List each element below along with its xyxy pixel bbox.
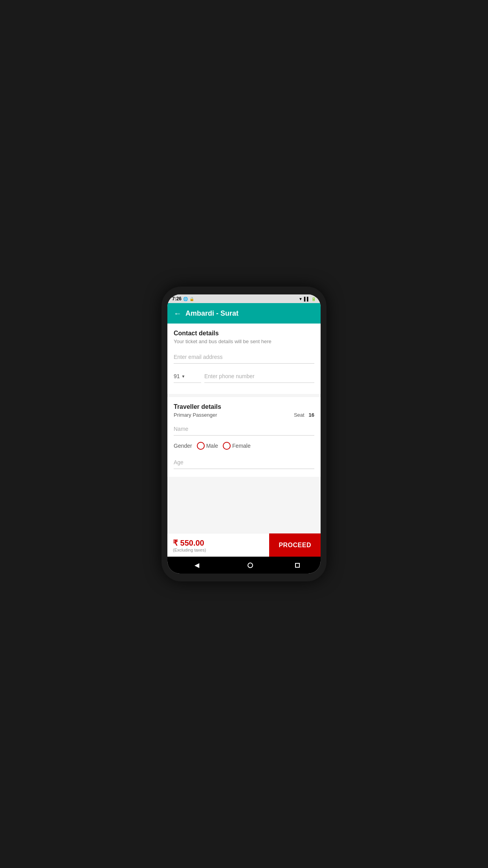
- phone-row: 91 ▼: [174, 370, 314, 383]
- price-note: (Excluding taxes): [173, 548, 264, 552]
- price-amount: ₹ 550.00: [173, 538, 264, 548]
- female-radio-option[interactable]: Female: [223, 442, 251, 450]
- male-radio-inner: [199, 444, 202, 447]
- seat-info: Seat 16: [294, 412, 314, 418]
- female-radio-inner: [225, 444, 228, 447]
- gender-label: Gender: [174, 443, 192, 449]
- country-code-selector[interactable]: 91 ▼: [174, 370, 201, 383]
- status-bar: 7:26 🌐 🔒 ▼ ▌▌ 🔋: [167, 294, 321, 303]
- contact-details-subtitle: Your ticket and bus details will be sent…: [174, 338, 314, 344]
- female-label: Female: [232, 443, 251, 449]
- male-radio-circle[interactable]: [197, 442, 205, 450]
- bottom-bar: ₹ 550.00 (Excluding taxes) PROCEED: [167, 533, 321, 557]
- seat-number: 16: [309, 412, 314, 418]
- wifi-icon: ▼: [299, 297, 303, 301]
- age-input[interactable]: [174, 456, 314, 469]
- contact-details-section: Contact details Your ticket and bus deta…: [167, 324, 321, 394]
- dropdown-arrow-icon: ▼: [182, 374, 185, 379]
- toolbar-title: Ambardi - Surat: [185, 309, 238, 318]
- email-input[interactable]: [174, 351, 314, 364]
- proceed-button[interactable]: PROCEED: [269, 533, 321, 557]
- toolbar: ← Ambardi - Surat: [167, 303, 321, 324]
- nav-recent-button[interactable]: [295, 563, 300, 568]
- female-radio-circle[interactable]: [223, 442, 231, 450]
- status-left: 7:26 🌐 🔒: [172, 296, 194, 302]
- status-time: 7:26: [172, 296, 182, 302]
- nav-bar: ◀: [167, 557, 321, 574]
- seat-label: Seat: [294, 412, 305, 418]
- passenger-row: Primary Passenger Seat 16: [174, 412, 314, 418]
- passenger-label: Primary Passenger: [174, 412, 217, 418]
- nav-home-button[interactable]: [248, 563, 253, 568]
- contact-details-title: Contact details: [174, 330, 314, 337]
- phone-input[interactable]: [204, 370, 314, 383]
- currency-symbol: ₹: [173, 539, 178, 547]
- gender-row: Gender Male Female: [174, 442, 314, 450]
- country-code-value: 91: [174, 373, 180, 379]
- phone-screen: 7:26 🌐 🔒 ▼ ▌▌ 🔋 ← Ambardi - Surat Contac…: [167, 294, 321, 574]
- content-spacer: [167, 480, 321, 511]
- battery-icon: 🔋: [311, 297, 316, 301]
- price-value: 550.00: [180, 539, 204, 547]
- world-icon: 🌐: [183, 297, 188, 301]
- name-input[interactable]: [174, 423, 314, 436]
- traveller-details-title: Traveller details: [174, 403, 314, 410]
- nav-back-button[interactable]: ◀: [188, 560, 205, 570]
- lock-icon: 🔒: [189, 297, 194, 301]
- main-content: Contact details Your ticket and bus deta…: [167, 324, 321, 533]
- price-section: ₹ 550.00 (Excluding taxes): [167, 533, 269, 557]
- traveller-details-section: Traveller details Primary Passenger Seat…: [167, 397, 321, 477]
- male-radio-option[interactable]: Male: [197, 442, 218, 450]
- phone-frame: 7:26 🌐 🔒 ▼ ▌▌ 🔋 ← Ambardi - Surat Contac…: [161, 287, 327, 581]
- male-label: Male: [206, 443, 218, 449]
- back-icon[interactable]: ←: [174, 309, 182, 318]
- signal-icon: ▌▌: [304, 297, 310, 301]
- status-right: ▼ ▌▌ 🔋: [299, 297, 316, 301]
